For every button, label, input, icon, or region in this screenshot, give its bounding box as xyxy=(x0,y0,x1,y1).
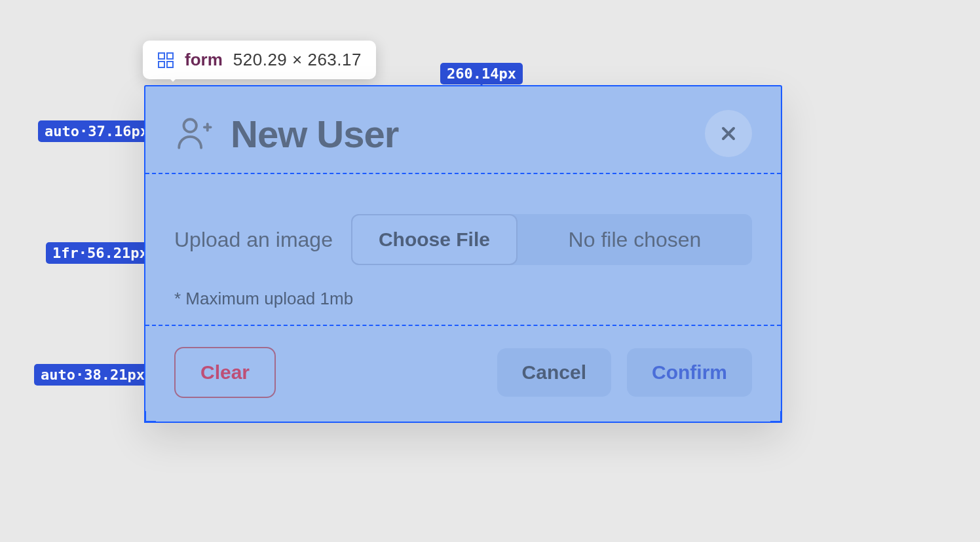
grid-col-size-pill: 260.14px xyxy=(440,63,523,84)
new-user-form: New User Upload an image Choose File No … xyxy=(144,85,782,423)
svg-rect-1 xyxy=(167,53,173,59)
close-icon xyxy=(718,123,739,144)
close-button[interactable] xyxy=(705,110,752,157)
svg-point-4 xyxy=(184,119,197,132)
tooltip-element-tag: form xyxy=(185,50,223,70)
selection-corner xyxy=(770,411,782,423)
upload-label: Upload an image xyxy=(174,228,333,252)
confirm-button[interactable]: Confirm xyxy=(627,348,752,397)
upload-hint: * Maximum upload 1mb xyxy=(174,289,752,309)
modal-body: Upload an image Choose File No file chos… xyxy=(174,196,752,325)
choose-file-button[interactable]: Choose File xyxy=(351,214,518,265)
svg-rect-2 xyxy=(159,62,164,67)
grid-row1-size-pill: auto·37.16px xyxy=(38,120,155,142)
file-name-display: No file chosen xyxy=(518,228,752,252)
svg-rect-0 xyxy=(159,53,164,59)
cancel-button[interactable]: Cancel xyxy=(497,348,611,397)
svg-rect-3 xyxy=(167,62,173,67)
selection-corner xyxy=(144,411,156,423)
file-input[interactable]: Choose File No file chosen xyxy=(351,214,752,265)
grid-row2-size-pill: 1fr·56.21px xyxy=(46,242,155,264)
modal-header: New User xyxy=(174,110,752,173)
inspect-tooltip: form 520.29 × 263.17 xyxy=(143,41,376,79)
tooltip-element-dims: 520.29 × 263.17 xyxy=(233,50,362,70)
grid-icon xyxy=(157,52,174,69)
grid-row3-size-pill: auto·38.21px xyxy=(34,364,151,386)
modal-footer: Clear Cancel Confirm xyxy=(174,326,752,398)
divider xyxy=(145,173,781,196)
clear-button[interactable]: Clear xyxy=(174,347,276,398)
modal-title: New User xyxy=(231,112,398,156)
user-plus-icon xyxy=(174,115,212,153)
